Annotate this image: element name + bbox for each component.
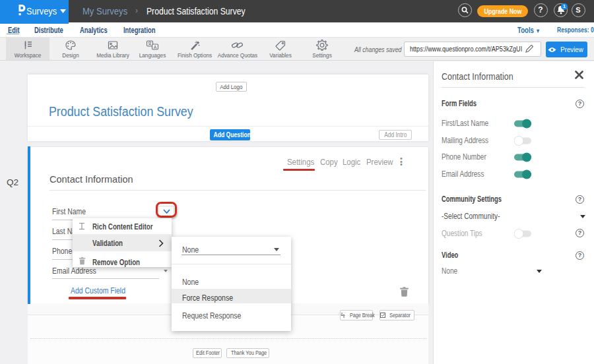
svg-text:A: A [154,45,157,49]
